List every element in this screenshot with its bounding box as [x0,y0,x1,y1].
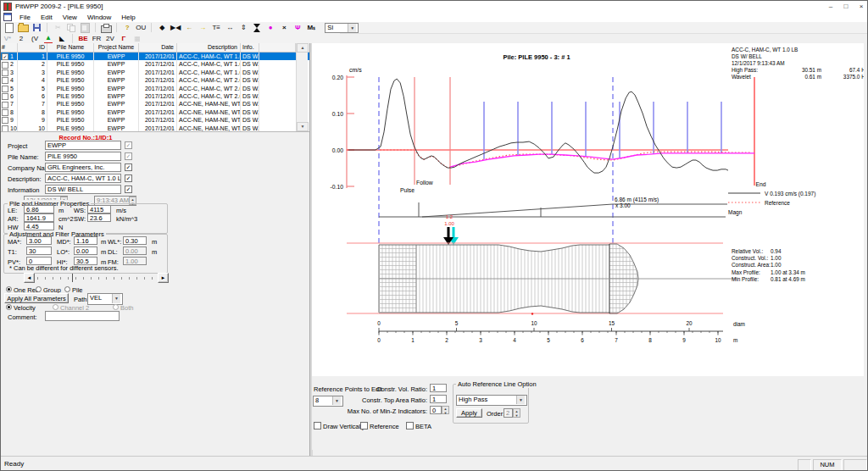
row-checkbox[interactable] [2,69,8,76]
one-rec-radio[interactable] [6,286,12,292]
magenta-dot-button[interactable]: ● [264,23,277,33]
row-checkbox[interactable] [2,93,8,100]
table-row[interactable]: 33PILE 9950EWPP2017/12/01ACC-C, HAM-C, W… [1,69,309,76]
amplitude-button[interactable]: ⇕ [236,23,250,33]
open-button[interactable] [16,23,30,33]
pile-prop-input[interactable]: 4115 [87,205,111,213]
filter-param-input[interactable]: 3.00 [26,236,52,245]
psi-button[interactable]: Ψ [291,23,304,33]
column-header-date[interactable]: Date [139,43,177,52]
filter-param-input[interactable]: 30 [26,247,52,255]
table-scrollbar[interactable]: ▲ ▼ [296,43,308,131]
record-input-3[interactable]: ACC-C, HAM-C, WT 1.0 LB [45,174,121,183]
beta-checkbox[interactable] [406,422,414,429]
row-checkbox[interactable] [2,109,8,116]
shift-left-button[interactable]: ← [182,23,196,33]
slider-right-button[interactable]: ► [158,273,169,283]
child-window-icon[interactable] [3,13,12,21]
units-select[interactable]: ▼SI [325,23,359,33]
record-input-1[interactable]: PILE 9950 [45,152,121,161]
table-row[interactable]: 99PILE 9950EWPP2017/12/01ACC-NE, HAM-NE,… [1,116,309,124]
copy-button[interactable] [64,23,78,33]
record-input-2[interactable]: GRL Engineers, Inc. [45,163,121,172]
print-button[interactable] [99,23,113,33]
column-header-info[interactable]: Info. [241,43,259,52]
slider-thumb[interactable] [72,274,73,282]
pile-chart[interactable]: Pile: PILE 9950 - 3: # 1ACC-C, HAM-C, WT… [312,43,864,376]
column-header-description[interactable]: Description [177,43,241,52]
pile-radio[interactable] [64,286,70,292]
cut-button[interactable]: ✂ [51,23,64,33]
2v-button[interactable]: 2V [103,34,117,44]
velocity-radio[interactable] [6,304,12,310]
maximize-button[interactable]: □ [838,2,854,11]
both-radio[interactable] [113,304,119,310]
expand-record-button[interactable]: ◆ [155,23,169,33]
record-field-checkbox[interactable]: ✓ [125,152,132,160]
fr-button[interactable]: FR [90,34,103,44]
channel2-radio[interactable] [53,304,58,310]
menu-edit[interactable]: Edit [36,14,58,21]
column-header-id[interactable]: ID [18,43,47,52]
pile-prop-input[interactable]: 1641.9 [24,213,54,222]
two-records-button[interactable]: 2 [14,34,28,44]
pile-marker-button[interactable]: ◣ [55,34,69,44]
ms-button[interactable]: Mₛ [304,23,318,33]
filter-param-input[interactable]: 1.16 [74,236,97,245]
order-spinner[interactable]: ▲▼ [513,408,520,418]
table-row[interactable]: 55PILE 9950EWPP2017/12/01ACC-C, HAM-C, W… [1,85,309,92]
table-row[interactable]: 44PILE 9950EWPP2017/12/01ACC-C, HAM-C, W… [1,76,309,84]
close-button[interactable]: × [854,2,868,11]
pile-prop-input[interactable]: 6.86 [24,205,54,213]
save-button[interactable] [30,23,43,33]
shift-right-button[interactable]: → [196,23,209,33]
pile-prop-input[interactable]: 23.6 [87,213,111,222]
filter-param-input[interactable]: 0.00 [123,247,147,255]
minz-spinner[interactable]: ▲▼ [442,406,449,414]
help-button[interactable]: ? [120,23,134,33]
width-scale-button[interactable]: ↔ [223,23,236,33]
menu-window[interactable]: Window [82,14,116,21]
collapse-record-button[interactable]: ▶◀ [169,23,182,33]
paste-button[interactable] [78,23,92,33]
table-row[interactable]: 77PILE 9950EWPP2017/12/01ACC-NE, HAM-NE,… [1,100,309,108]
apply-button[interactable]: Apply [456,408,482,418]
auto-ref-select[interactable]: ▼High Pass [456,395,527,406]
path-select[interactable]: ▼VEL [87,293,123,305]
record-field-checkbox[interactable]: ✓ [125,175,132,182]
comment-input[interactable] [45,311,120,321]
filter-param-input[interactable]: 0.00 [74,247,97,255]
reference-checkbox[interactable] [360,422,368,429]
open-velocity-button[interactable]: (V [28,34,42,44]
record-slider[interactable]: ◄► [24,273,169,284]
record-field-checkbox[interactable]: ✓ [125,163,132,171]
wavelet-button[interactable]: ▲ [42,34,55,44]
row-checkbox[interactable]: ✓ [2,53,8,60]
row-checkbox[interactable] [2,62,8,69]
row-checkbox[interactable] [2,77,8,84]
profile-button[interactable]: Γ [117,34,131,44]
row-checkbox[interactable] [2,102,8,108]
row-checkbox[interactable] [2,117,8,124]
record-field-checkbox[interactable]: ✓ [125,186,132,193]
table-row[interactable]: 88PILE 9950EWPP2017/12/01ACC-NE, HAM-NE,… [1,108,309,116]
constr-vol-input[interactable]: 1 [430,384,447,392]
scroll-down-icon[interactable]: ▼ [297,122,309,131]
delete-x-button[interactable]: × [277,23,291,33]
record-input-0[interactable]: EWPP [45,141,121,150]
column-header-pilename[interactable]: Pile Name [47,43,94,52]
table-row[interactable]: 66PILE 9950EWPP2017/12/01ACC-C, HAM-C, W… [1,92,309,100]
draw-vertically-checkbox[interactable] [314,422,321,429]
group-radio[interactable] [36,286,42,292]
order-input[interactable]: 2 [504,408,513,418]
record-input-4[interactable]: DS W/ BELL [45,185,121,194]
pile-prop-input[interactable]: 4.45 [24,222,54,230]
time-scale-button[interactable]: T≡ [209,23,223,33]
table-row[interactable]: 22PILE 9950EWPP2017/12/01ACC-C, HAM-C, W… [1,60,309,68]
filter-param-input[interactable]: 0.30 [123,236,147,245]
new-button[interactable] [3,23,16,33]
slider-left-button[interactable]: ◄ [24,273,35,283]
menu-file[interactable]: File [14,14,36,21]
filter-param-input[interactable]: 1.00 [123,257,147,265]
record-field-checkbox[interactable]: ✓ [125,141,132,149]
